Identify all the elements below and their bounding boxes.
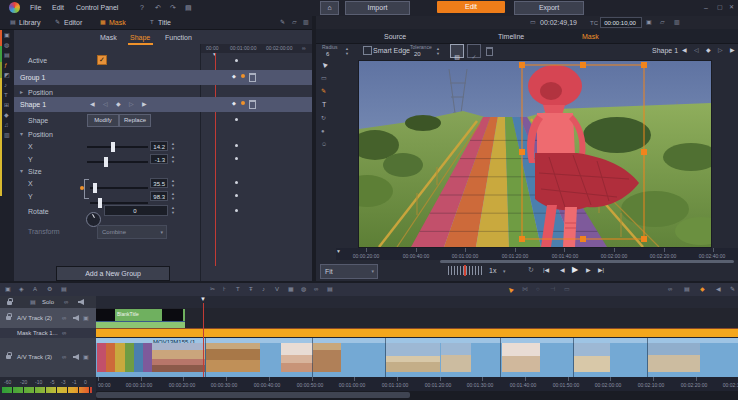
radius-stepper[interactable]: ▲▼ [345, 47, 349, 56]
projects-icon[interactable]: ◍ [4, 42, 9, 48]
speed-dropdown-icon[interactable]: ▾ [503, 269, 506, 274]
radius-value[interactable]: 6 [326, 51, 329, 57]
undo-icon[interactable]: ↶ [155, 4, 161, 11]
menu-control-panel[interactable]: Control Panel [76, 4, 118, 11]
skip-fwd-icon[interactable]: ▶| [598, 267, 604, 273]
mask-delete-button[interactable] [486, 47, 493, 56]
title-clip[interactable]: BlankTitle [96, 309, 185, 321]
preview-scrollbar[interactable] [440, 260, 734, 263]
loop-icon[interactable]: ↻ [528, 266, 534, 273]
help-icon[interactable]: ? [140, 4, 144, 11]
tab-editor[interactable]: Editor [64, 19, 82, 26]
display-icon[interactable]: ▣ [5, 286, 11, 292]
pos-x-stepper[interactable]: ▲▼ [171, 142, 175, 151]
voiceover-icon[interactable]: ♪ [262, 286, 265, 292]
brush-tool-icon[interactable]: ✎ [321, 88, 326, 94]
size-link-bracket[interactable] [84, 179, 89, 199]
slide-icon[interactable]: ▭ [564, 286, 570, 292]
pos-x-value[interactable]: 14.2 [150, 141, 168, 151]
wand-icon[interactable]: ✎ [730, 286, 735, 292]
keyframe-dot[interactable] [235, 118, 238, 121]
dual-view-icon[interactable]: ▥ [303, 19, 309, 25]
snapshot-icon[interactable]: ▤ [684, 286, 690, 292]
size-x-thumb[interactable] [93, 183, 97, 193]
import-button[interactable]: Import [345, 1, 410, 15]
slip-icon[interactable]: ⊣ [550, 286, 555, 292]
keyframe-dot[interactable] [235, 157, 238, 160]
shape-first-icon[interactable]: ◀ [682, 47, 687, 53]
pos-x-slider[interactable] [87, 146, 148, 148]
replace-button[interactable]: Replace [119, 114, 151, 127]
overlays-icon[interactable]: ⊞ [4, 102, 9, 108]
preview-video[interactable] [358, 60, 712, 248]
kf-next-icon[interactable]: ▷ [129, 101, 134, 107]
link-tool-icon[interactable]: ∞ [314, 286, 318, 292]
timeline-playhead-marker[interactable]: ▼ [200, 296, 206, 302]
minimize-button[interactable]: – [704, 4, 708, 11]
particles-icon[interactable]: ◆ [4, 112, 9, 118]
shape-last-icon[interactable]: ▶ [730, 47, 735, 53]
shape1-row[interactable] [14, 97, 312, 112]
clip-thumbnail[interactable] [502, 343, 540, 372]
collapse-icon[interactable]: ▾ [20, 131, 23, 137]
roll-icon[interactable]: ○ [536, 286, 540, 292]
title-tool-icon[interactable]: T [236, 286, 240, 292]
tab-timeline[interactable]: Timeline [498, 33, 524, 40]
group1-row[interactable] [14, 70, 312, 85]
copy-icon[interactable]: ▤ [61, 286, 67, 292]
clip-thumbnail[interactable] [152, 343, 205, 372]
clip-thumbnail[interactable] [441, 343, 471, 372]
text-tool-icon[interactable]: T [322, 101, 326, 108]
timeline-scrollbar-thumb[interactable] [96, 392, 410, 398]
transform-tool-icon[interactable]: ↻ [321, 115, 326, 121]
add-group-button[interactable]: Add a New Group [56, 266, 170, 281]
trim-icon[interactable]: ⊦ [223, 286, 226, 292]
tab-source[interactable]: Source [384, 33, 406, 40]
track-av2-lane[interactable]: BlankTitle [96, 308, 738, 328]
group-position-section[interactable]: Position [28, 89, 53, 96]
close-button[interactable]: ✕ [729, 4, 734, 10]
clip-thumbnail[interactable] [648, 343, 700, 372]
size-x-slider[interactable] [90, 187, 148, 189]
shape-tool-icon[interactable]: ▭ [321, 75, 327, 81]
shape1-keyframe-icon[interactable]: ◆ [232, 101, 236, 106]
size-section-label[interactable]: Size [28, 168, 42, 175]
size-y-slider[interactable] [90, 202, 148, 204]
collections-icon[interactable]: ▤ [4, 52, 10, 58]
keyframe-dot[interactable] [235, 181, 238, 184]
ripple-icon[interactable]: ⋈ [522, 286, 528, 292]
settings-icon[interactable]: ⚙ [47, 286, 52, 292]
size-x-stepper[interactable]: ▲▼ [171, 179, 175, 188]
lock-icon[interactable] [6, 316, 11, 320]
current-timecode[interactable]: 00:00:10,00 [600, 17, 642, 28]
multicam-icon[interactable]: ▦ [288, 286, 294, 292]
panel-divider[interactable] [312, 16, 316, 282]
magnet-icon[interactable]: ◈ [19, 286, 24, 292]
playback-speed[interactable]: 1x [489, 267, 496, 274]
link-icon[interactable]: ∞ [62, 315, 66, 321]
select-mode-icon[interactable]: ▶ [507, 286, 515, 294]
speaker-icon[interactable]: ◀ [716, 286, 721, 292]
float-panel-icon[interactable]: ▱ [292, 19, 297, 25]
camera-icon[interactable]: ▣ [83, 315, 89, 321]
audio-icon[interactable]: ♪ [4, 82, 7, 88]
size-keyframe-dot[interactable] [80, 186, 84, 190]
kf-first-icon[interactable]: ◀ [90, 101, 95, 107]
razor-icon[interactable]: ✂ [210, 286, 215, 292]
kf-prev-icon[interactable]: ◁ [103, 101, 108, 107]
subtab-mask[interactable]: Mask [100, 34, 117, 41]
marker-icon[interactable]: ◆ [700, 286, 705, 292]
size-y-thumb[interactable] [98, 198, 102, 208]
subtitle-tool-icon[interactable]: Ŧ [249, 286, 253, 292]
notes-icon[interactable]: ▤ [185, 4, 192, 11]
pos-y-value[interactable]: -1.3 [150, 154, 168, 164]
titles-icon[interactable]: T [4, 92, 8, 98]
solo-button[interactable]: Solo [42, 299, 54, 305]
pos-x-thumb[interactable] [111, 142, 115, 152]
tab-mask[interactable]: Mask [109, 19, 126, 26]
modify-button[interactable]: Modify [87, 114, 119, 127]
keyframe-dot[interactable] [235, 59, 238, 62]
effects-icon[interactable]: ƒ [4, 62, 7, 68]
track-header-av2[interactable]: A/V Track (2) ∞ ▣ [0, 308, 96, 328]
step-fwd-icon[interactable]: ▶ [586, 267, 591, 273]
